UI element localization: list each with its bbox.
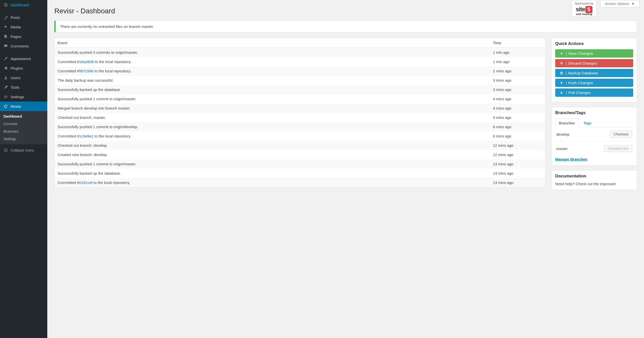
branch-row: masterChecked Out [555, 141, 633, 156]
sidebar-label: Plugins [11, 66, 23, 70]
backup-database-button[interactable]: |Backup Database [555, 69, 633, 77]
checkout-button[interactable]: Checkout [610, 131, 632, 138]
table-row: Committed #587c566 to the local reposito… [55, 66, 545, 76]
branches-box: Branches/Tags Branches Tags developCheck… [551, 107, 637, 165]
event-cell: Successfully pushed 1 commit to origin/m… [55, 159, 490, 169]
time-cell: 1 min ago [490, 57, 545, 66]
tab-branches[interactable]: Branches [555, 119, 579, 127]
sidebar-item-revisr[interactable]: Revisr [0, 102, 47, 111]
quick-actions-box: Quick Actions |Save Changes|Discard Chan… [551, 38, 637, 102]
table-row: Successfully backed up the database.3 mi… [55, 85, 545, 94]
event-cell: Committed #1c3e9e1 to the local reposito… [55, 131, 490, 141]
sidebar-label: Tools [11, 85, 19, 89]
db-icon [559, 71, 564, 75]
time-cell: 1 min ago [490, 48, 545, 57]
table-row: Successfully pushed 1 commit to origin/d… [55, 122, 545, 131]
screen-options-toggle[interactable]: Screen Options ▼ [600, 0, 639, 8]
page-title: Revisr - Dashboard [54, 7, 637, 15]
submenu-dashboard[interactable]: Dashboard [0, 113, 47, 120]
sidebar-item-tools[interactable]: Tools [0, 82, 47, 92]
table-row: Successfully pushed 1 commit to origin/m… [55, 159, 545, 169]
submenu-settings[interactable]: Settings [0, 135, 47, 143]
sidebar-item-comments[interactable]: Comments [0, 41, 47, 51]
plus-icon [559, 52, 564, 55]
notice-success: There are currently no untracked files o… [54, 21, 637, 32]
time-cell: 3 mins ago [490, 76, 545, 85]
th-time[interactable]: Time [490, 38, 545, 48]
svg-point-3 [5, 76, 6, 78]
discard-changes-button[interactable]: |Discard Changes [555, 59, 633, 67]
sidebar-item-posts[interactable]: Posts [0, 13, 47, 22]
quick-actions-title: Quick Actions [552, 38, 637, 49]
commit-link[interactable]: #0181cef [77, 180, 93, 185]
svg-rect-2 [5, 35, 7, 38]
sidebar-label: Pages [11, 34, 21, 39]
submenu-branches[interactable]: Branches [0, 128, 47, 135]
sidebar-item-pages[interactable]: Pages [0, 32, 47, 41]
sidebar-label: Media [11, 25, 21, 29]
table-row: The daily backup was successful.3 mins a… [55, 76, 545, 85]
top-right-controls: Sponsored by site5 web hosting Screen Op… [572, 0, 639, 17]
sidebar-item-plugins[interactable]: Plugins [0, 63, 47, 73]
time-cell: 4 mins ago [490, 113, 545, 122]
comments-icon [3, 44, 9, 48]
checked-out-button: Checked Out [604, 145, 632, 152]
revisr-submenu: Dashboard Commits Branches Settings [0, 111, 47, 144]
table-row: Committed #16a3608 to the local reposito… [55, 57, 545, 66]
branches-tabs: Branches Tags [555, 118, 633, 127]
time-cell: 13 mins ago [490, 169, 545, 178]
branches-title: Branches/Tags [552, 107, 637, 118]
sidebar-item-media[interactable]: Media [0, 22, 47, 32]
time-cell: 4 mins ago [490, 94, 545, 104]
doc-title: Documentation [552, 171, 637, 182]
time-cell: 12 mins ago [490, 150, 545, 159]
event-cell: Created new branch: develop [55, 150, 490, 159]
save-changes-button[interactable]: |Save Changes [555, 49, 633, 58]
sidebar-item-dashboard[interactable]: Dashboard [0, 0, 47, 10]
time-cell: 12 mins ago [490, 141, 545, 150]
table-row: Committed #1c3e9e1 to the local reposito… [55, 131, 545, 141]
tab-tags[interactable]: Tags [580, 119, 595, 127]
time-cell: 3 mins ago [490, 85, 545, 94]
media-icon [3, 25, 9, 29]
time-cell: 13 mins ago [490, 159, 545, 169]
th-event[interactable]: Event [55, 38, 490, 48]
time-cell: 6 mins ago [490, 131, 545, 141]
sidebar-item-settings[interactable]: Settings [0, 92, 47, 102]
sidebar-label: Posts [11, 15, 20, 20]
table-row: Successfully pushed 3 commits to origin/… [55, 48, 545, 57]
sidebar-label: Users [11, 76, 20, 80]
pull-changes-button[interactable]: |Pull Changes [555, 88, 633, 97]
event-cell: Successfully pushed 1 commit to origin/d… [55, 122, 490, 131]
table-row: Committed #0181cef to the local reposito… [55, 178, 545, 187]
manage-branches-link[interactable]: Manage Branches [555, 157, 587, 161]
branch-name: master [556, 147, 568, 151]
event-cell: Successfully pushed 1 commit to origin/m… [55, 94, 490, 104]
sliders-icon [3, 94, 9, 99]
collapse-label: Collapse menu [11, 148, 34, 152]
sidebar-item-users[interactable]: Users [0, 73, 47, 82]
sidebar-item-appearance[interactable]: Appearance [0, 54, 47, 63]
collapse-menu[interactable]: Collapse menu [0, 146, 47, 155]
sponsor-sub: web hosting [575, 13, 593, 16]
plug-icon [3, 66, 9, 70]
commit-link[interactable]: #1c3e9e1 [77, 134, 94, 138]
svg-point-5 [560, 72, 562, 73]
sponsor-logo: site5 [575, 6, 593, 13]
documentation-box: Documentation Need help? Check out the i… [551, 170, 637, 190]
chevron-down-icon: ▼ [631, 2, 635, 6]
event-cell: The daily backup was successful. [55, 76, 490, 85]
commit-link[interactable]: #587c566 [77, 69, 94, 73]
push-changes-button[interactable]: |Push Changes [555, 79, 633, 87]
table-row: Checked out branch: develop.12 mins ago [55, 141, 545, 150]
sponsored-label: Sponsored by [575, 2, 593, 5]
event-cell: Committed #0181cef to the local reposito… [55, 178, 490, 187]
wrench-icon [3, 85, 9, 89]
sidebar-label: Appearance [11, 57, 31, 61]
sidebar-label: Comments [11, 44, 29, 48]
submenu-commits[interactable]: Commits [0, 120, 47, 128]
sponsor-box[interactable]: Sponsored by site5 web hosting [572, 0, 597, 17]
event-cell: Successfully backed up the database. [55, 169, 490, 178]
table-row: Merged branch develop into branch master… [55, 104, 545, 113]
commit-link[interactable]: #16a3608 [77, 60, 94, 64]
